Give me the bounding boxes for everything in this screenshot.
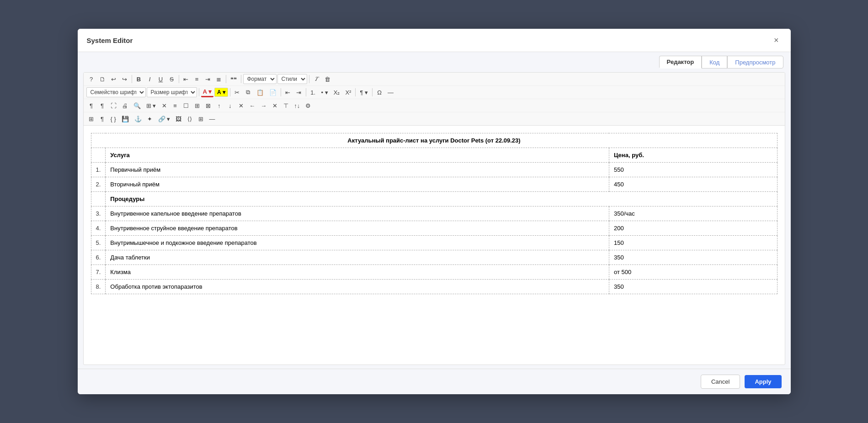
divider-7 — [230, 88, 230, 96]
tabs-row: Редактор Код Предпросмотр — [78, 52, 791, 69]
table-row: 8. Обработка против эктопаразитов 350 — [91, 280, 777, 294]
icons-button[interactable]: ✦ — [145, 114, 155, 124]
table-style-button[interactable]: ⊞ — [86, 114, 96, 124]
row-service: Внутривенное капельное введение препарат… — [106, 206, 609, 221]
paragraph-button[interactable]: ¶ — [86, 100, 96, 111]
row-service: Внутримышечное и подкожное введение преп… — [106, 236, 609, 250]
row-num: 6. — [91, 250, 106, 265]
tab-editor[interactable]: Редактор — [659, 56, 702, 69]
align-justify-button[interactable]: ≣ — [214, 74, 224, 84]
table-row: Процедуры — [91, 192, 777, 206]
italic-style-button[interactable]: 𝑇 — [311, 74, 321, 84]
embed-button[interactable]: ⟨⟩ — [185, 114, 195, 124]
table-row-props-button[interactable]: ≡ — [170, 100, 180, 111]
table-row: 2. Вторичный приём 450 — [91, 177, 777, 192]
strikethrough-button[interactable]: S — [167, 74, 177, 84]
sort-asc-button[interactable]: ↑↓ — [292, 100, 302, 111]
style-select[interactable]: Стили — [277, 74, 307, 84]
apply-button[interactable]: Apply — [745, 375, 781, 388]
insert-row-after-button[interactable]: ↓ — [225, 100, 235, 111]
cancel-button[interactable]: Cancel — [701, 375, 740, 389]
row-num: 3. — [91, 206, 106, 221]
hr2-button[interactable]: — — [207, 114, 217, 124]
show-blocks-button[interactable]: ¶ — [97, 100, 107, 111]
insert-col-after-button[interactable]: → — [258, 100, 269, 111]
para-style-button[interactable]: ¶ — [97, 114, 107, 124]
format-code-button[interactable]: { } — [108, 114, 118, 124]
anchor-button[interactable]: ⚓ — [132, 114, 144, 124]
settings-button[interactable]: ⚙ — [303, 100, 313, 111]
print-button[interactable]: 🖨 — [120, 100, 130, 111]
font-family-select[interactable]: Семейство шрифтов — [86, 87, 146, 97]
delete-table-button[interactable]: ✕ — [159, 100, 169, 111]
header-price: Цена, руб. — [609, 148, 777, 163]
row-service: Внутривенное струйное введение препарато… — [106, 221, 609, 236]
table-button[interactable]: ⊞ ▾ — [144, 100, 159, 111]
tab-code[interactable]: Код — [702, 56, 727, 69]
cut-button[interactable]: ✂ — [232, 87, 242, 97]
table-caption-button[interactable]: ⊤ — [281, 100, 291, 111]
new-button[interactable]: 🗋 — [97, 74, 108, 84]
editor-content[interactable]: Актуальный прайс-лист на услуги Doctor P… — [84, 126, 785, 365]
paste-text-button[interactable]: 📄 — [267, 87, 279, 97]
delete-cols-button[interactable]: ✕ — [270, 100, 280, 111]
insert-col-before-button[interactable]: ← — [247, 100, 257, 111]
maximize-button[interactable]: ⛶ — [108, 100, 119, 111]
align-left-button[interactable]: ⇤ — [181, 74, 191, 84]
undo-button[interactable]: ↩ — [109, 74, 119, 84]
table2-button[interactable]: ⊞ — [196, 114, 206, 124]
highlight-color-button[interactable]: A ▾ — [214, 88, 228, 97]
row-num: 2. — [91, 177, 106, 192]
row-num: 7. — [91, 265, 106, 280]
delete-rows-button[interactable]: ✕ — [236, 100, 246, 111]
toolbar-row-4: ⊞ ¶ { } 💾 ⚓ ✦ 🔗 ▾ 🖼 ⟨⟩ ⊞ — — [84, 112, 785, 125]
special-chars-button[interactable]: Ω — [374, 87, 384, 97]
indent-decrease-button[interactable]: ⇤ — [283, 87, 293, 97]
align-right-button[interactable]: ⇥ — [203, 74, 213, 84]
table-row: 3. Внутривенное капельное введение препа… — [91, 206, 777, 221]
row-num: 1. — [91, 163, 106, 177]
dialog-footer: Cancel Apply — [78, 369, 791, 394]
insert-row-before-button[interactable]: ↑ — [214, 100, 224, 111]
font-size-select[interactable]: Размер шрифта — [147, 87, 197, 97]
toolbar-row-2: Семейство шрифтов Размер шрифта A ▾ A ▾ … — [84, 86, 785, 99]
help-button[interactable]: ? — [86, 74, 96, 84]
underline-button[interactable]: U — [156, 74, 166, 84]
merge-cells-button[interactable]: ⊞ — [192, 100, 202, 111]
font-color-button[interactable]: A ▾ — [201, 87, 214, 97]
clear-format-button[interactable]: 🗑 — [322, 74, 333, 84]
editor-inner: Актуальный прайс-лист на услуги Doctor P… — [84, 126, 785, 365]
blockquote-button[interactable]: ❝❝ — [228, 74, 239, 84]
save-button[interactable]: 💾 — [119, 114, 131, 124]
toolbar-row-1: ? 🗋 ↩ ↪ B I U S ⇤ ≡ ⇥ ≣ — [84, 73, 785, 86]
hr-button[interactable]: — — [385, 87, 396, 97]
subscript-button[interactable]: X₂ — [331, 87, 342, 97]
row-service: Первичный приём — [106, 163, 609, 177]
image-button[interactable]: 🖼 — [173, 114, 184, 124]
bold-button[interactable]: B — [134, 74, 144, 84]
copy-button[interactable]: ⧉ — [243, 87, 253, 97]
format-select[interactable]: Формат — [243, 74, 277, 84]
close-button[interactable]: × — [771, 35, 782, 45]
unordered-list-button[interactable]: • ▾ — [319, 87, 330, 97]
row-service: Дача таблетки — [106, 250, 609, 265]
superscript-button[interactable]: X² — [343, 87, 353, 97]
italic-button[interactable]: I — [145, 74, 155, 84]
find-button[interactable]: 🔍 — [131, 100, 143, 111]
redo-button[interactable]: ↪ — [120, 74, 130, 84]
paste-button[interactable]: 📋 — [254, 87, 266, 97]
row-service: Вторичный приём — [106, 177, 609, 192]
divider-11 — [372, 88, 373, 96]
ordered-list-button[interactable]: 1. — [308, 87, 318, 97]
divider-3 — [226, 75, 226, 83]
rtl-ltr-button[interactable]: ¶ ▾ — [357, 87, 370, 97]
row-num: 5. — [91, 236, 106, 250]
table-cell-props-button[interactable]: ☐ — [181, 100, 191, 111]
row-service: Клизма — [106, 265, 609, 280]
indent-increase-button[interactable]: ⇥ — [294, 87, 304, 97]
link-button[interactable]: 🔗 ▾ — [156, 114, 173, 124]
split-cell-button[interactable]: ⊠ — [203, 100, 213, 111]
table-row-header: Услуга Цена, руб. — [91, 148, 777, 163]
align-center-button[interactable]: ≡ — [192, 74, 202, 84]
tab-preview[interactable]: Предпросмотр — [727, 56, 783, 69]
